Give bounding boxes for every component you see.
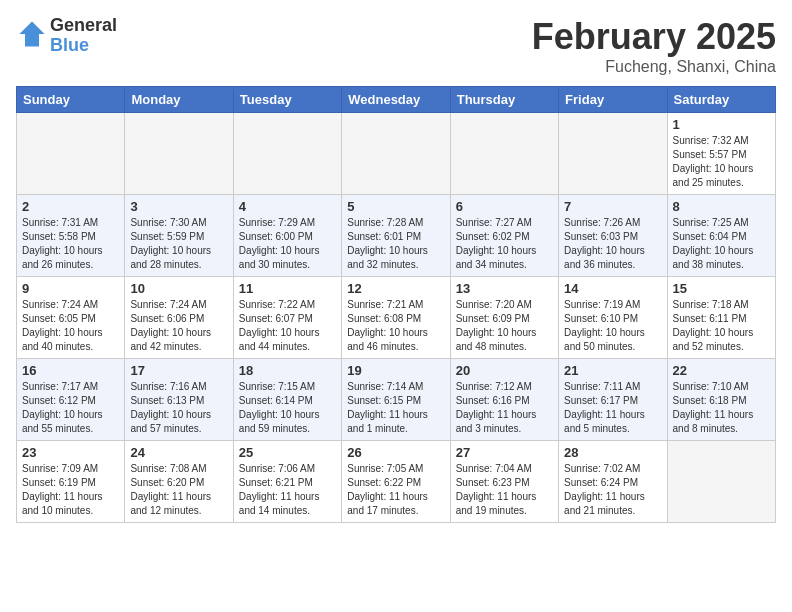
day-number: 5 bbox=[347, 199, 444, 214]
calendar-subtitle: Fucheng, Shanxi, China bbox=[532, 58, 776, 76]
calendar-cell: 2Sunrise: 7:31 AM Sunset: 5:58 PM Daylig… bbox=[17, 195, 125, 277]
calendar-cell: 19Sunrise: 7:14 AM Sunset: 6:15 PM Dayli… bbox=[342, 359, 450, 441]
calendar-cell: 11Sunrise: 7:22 AM Sunset: 6:07 PM Dayli… bbox=[233, 277, 341, 359]
title-section: February 2025 Fucheng, Shanxi, China bbox=[532, 16, 776, 76]
day-info: Sunrise: 7:32 AM Sunset: 5:57 PM Dayligh… bbox=[673, 134, 770, 190]
calendar-cell: 16Sunrise: 7:17 AM Sunset: 6:12 PM Dayli… bbox=[17, 359, 125, 441]
column-header-saturday: Saturday bbox=[667, 87, 775, 113]
calendar-cell: 24Sunrise: 7:08 AM Sunset: 6:20 PM Dayli… bbox=[125, 441, 233, 523]
day-number: 19 bbox=[347, 363, 444, 378]
day-number: 28 bbox=[564, 445, 661, 460]
logo: General Blue bbox=[16, 16, 117, 56]
calendar-week-row: 9Sunrise: 7:24 AM Sunset: 6:05 PM Daylig… bbox=[17, 277, 776, 359]
calendar-cell: 3Sunrise: 7:30 AM Sunset: 5:59 PM Daylig… bbox=[125, 195, 233, 277]
header: General Blue February 2025 Fucheng, Shan… bbox=[16, 16, 776, 76]
day-number: 9 bbox=[22, 281, 119, 296]
calendar-cell: 15Sunrise: 7:18 AM Sunset: 6:11 PM Dayli… bbox=[667, 277, 775, 359]
calendar-cell: 8Sunrise: 7:25 AM Sunset: 6:04 PM Daylig… bbox=[667, 195, 775, 277]
calendar-cell: 4Sunrise: 7:29 AM Sunset: 6:00 PM Daylig… bbox=[233, 195, 341, 277]
day-number: 24 bbox=[130, 445, 227, 460]
calendar-cell bbox=[125, 113, 233, 195]
day-number: 6 bbox=[456, 199, 553, 214]
column-header-wednesday: Wednesday bbox=[342, 87, 450, 113]
day-number: 14 bbox=[564, 281, 661, 296]
calendar-cell: 28Sunrise: 7:02 AM Sunset: 6:24 PM Dayli… bbox=[559, 441, 667, 523]
day-number: 25 bbox=[239, 445, 336, 460]
calendar-cell: 5Sunrise: 7:28 AM Sunset: 6:01 PM Daylig… bbox=[342, 195, 450, 277]
day-info: Sunrise: 7:26 AM Sunset: 6:03 PM Dayligh… bbox=[564, 216, 661, 272]
day-number: 8 bbox=[673, 199, 770, 214]
calendar-cell bbox=[342, 113, 450, 195]
calendar-title: February 2025 bbox=[532, 16, 776, 58]
calendar-cell: 12Sunrise: 7:21 AM Sunset: 6:08 PM Dayli… bbox=[342, 277, 450, 359]
column-header-tuesday: Tuesday bbox=[233, 87, 341, 113]
day-number: 20 bbox=[456, 363, 553, 378]
day-number: 23 bbox=[22, 445, 119, 460]
day-info: Sunrise: 7:10 AM Sunset: 6:18 PM Dayligh… bbox=[673, 380, 770, 436]
calendar-cell bbox=[667, 441, 775, 523]
calendar-cell bbox=[450, 113, 558, 195]
day-info: Sunrise: 7:02 AM Sunset: 6:24 PM Dayligh… bbox=[564, 462, 661, 518]
day-info: Sunrise: 7:16 AM Sunset: 6:13 PM Dayligh… bbox=[130, 380, 227, 436]
day-info: Sunrise: 7:09 AM Sunset: 6:19 PM Dayligh… bbox=[22, 462, 119, 518]
day-number: 1 bbox=[673, 117, 770, 132]
calendar-table: SundayMondayTuesdayWednesdayThursdayFrid… bbox=[16, 86, 776, 523]
calendar-header-row: SundayMondayTuesdayWednesdayThursdayFrid… bbox=[17, 87, 776, 113]
calendar-cell: 1Sunrise: 7:32 AM Sunset: 5:57 PM Daylig… bbox=[667, 113, 775, 195]
day-info: Sunrise: 7:15 AM Sunset: 6:14 PM Dayligh… bbox=[239, 380, 336, 436]
day-number: 12 bbox=[347, 281, 444, 296]
calendar-cell: 23Sunrise: 7:09 AM Sunset: 6:19 PM Dayli… bbox=[17, 441, 125, 523]
day-info: Sunrise: 7:27 AM Sunset: 6:02 PM Dayligh… bbox=[456, 216, 553, 272]
day-number: 11 bbox=[239, 281, 336, 296]
column-header-friday: Friday bbox=[559, 87, 667, 113]
day-info: Sunrise: 7:30 AM Sunset: 5:59 PM Dayligh… bbox=[130, 216, 227, 272]
day-info: Sunrise: 7:04 AM Sunset: 6:23 PM Dayligh… bbox=[456, 462, 553, 518]
day-number: 27 bbox=[456, 445, 553, 460]
day-number: 26 bbox=[347, 445, 444, 460]
calendar-cell: 7Sunrise: 7:26 AM Sunset: 6:03 PM Daylig… bbox=[559, 195, 667, 277]
day-number: 18 bbox=[239, 363, 336, 378]
calendar-cell: 13Sunrise: 7:20 AM Sunset: 6:09 PM Dayli… bbox=[450, 277, 558, 359]
day-number: 22 bbox=[673, 363, 770, 378]
day-info: Sunrise: 7:25 AM Sunset: 6:04 PM Dayligh… bbox=[673, 216, 770, 272]
calendar-cell: 22Sunrise: 7:10 AM Sunset: 6:18 PM Dayli… bbox=[667, 359, 775, 441]
day-info: Sunrise: 7:17 AM Sunset: 6:12 PM Dayligh… bbox=[22, 380, 119, 436]
column-header-monday: Monday bbox=[125, 87, 233, 113]
logo-line2: Blue bbox=[50, 36, 117, 56]
calendar-week-row: 16Sunrise: 7:17 AM Sunset: 6:12 PM Dayli… bbox=[17, 359, 776, 441]
day-info: Sunrise: 7:28 AM Sunset: 6:01 PM Dayligh… bbox=[347, 216, 444, 272]
calendar-cell: 14Sunrise: 7:19 AM Sunset: 6:10 PM Dayli… bbox=[559, 277, 667, 359]
calendar-cell: 21Sunrise: 7:11 AM Sunset: 6:17 PM Dayli… bbox=[559, 359, 667, 441]
calendar-cell: 25Sunrise: 7:06 AM Sunset: 6:21 PM Dayli… bbox=[233, 441, 341, 523]
day-info: Sunrise: 7:24 AM Sunset: 6:06 PM Dayligh… bbox=[130, 298, 227, 354]
day-info: Sunrise: 7:06 AM Sunset: 6:21 PM Dayligh… bbox=[239, 462, 336, 518]
calendar-cell: 18Sunrise: 7:15 AM Sunset: 6:14 PM Dayli… bbox=[233, 359, 341, 441]
day-number: 7 bbox=[564, 199, 661, 214]
day-info: Sunrise: 7:24 AM Sunset: 6:05 PM Dayligh… bbox=[22, 298, 119, 354]
day-number: 3 bbox=[130, 199, 227, 214]
calendar-cell bbox=[559, 113, 667, 195]
day-info: Sunrise: 7:18 AM Sunset: 6:11 PM Dayligh… bbox=[673, 298, 770, 354]
day-info: Sunrise: 7:19 AM Sunset: 6:10 PM Dayligh… bbox=[564, 298, 661, 354]
svg-marker-0 bbox=[19, 21, 44, 46]
calendar-week-row: 1Sunrise: 7:32 AM Sunset: 5:57 PM Daylig… bbox=[17, 113, 776, 195]
logo-icon bbox=[18, 20, 46, 48]
column-header-sunday: Sunday bbox=[17, 87, 125, 113]
calendar-week-row: 23Sunrise: 7:09 AM Sunset: 6:19 PM Dayli… bbox=[17, 441, 776, 523]
day-info: Sunrise: 7:11 AM Sunset: 6:17 PM Dayligh… bbox=[564, 380, 661, 436]
calendar-cell: 20Sunrise: 7:12 AM Sunset: 6:16 PM Dayli… bbox=[450, 359, 558, 441]
logo-line1: General bbox=[50, 16, 117, 36]
calendar-cell bbox=[233, 113, 341, 195]
day-info: Sunrise: 7:08 AM Sunset: 6:20 PM Dayligh… bbox=[130, 462, 227, 518]
day-number: 16 bbox=[22, 363, 119, 378]
day-number: 4 bbox=[239, 199, 336, 214]
day-number: 15 bbox=[673, 281, 770, 296]
calendar-week-row: 2Sunrise: 7:31 AM Sunset: 5:58 PM Daylig… bbox=[17, 195, 776, 277]
day-info: Sunrise: 7:14 AM Sunset: 6:15 PM Dayligh… bbox=[347, 380, 444, 436]
calendar-cell: 10Sunrise: 7:24 AM Sunset: 6:06 PM Dayli… bbox=[125, 277, 233, 359]
day-number: 17 bbox=[130, 363, 227, 378]
day-info: Sunrise: 7:29 AM Sunset: 6:00 PM Dayligh… bbox=[239, 216, 336, 272]
calendar-cell: 27Sunrise: 7:04 AM Sunset: 6:23 PM Dayli… bbox=[450, 441, 558, 523]
calendar-cell: 26Sunrise: 7:05 AM Sunset: 6:22 PM Dayli… bbox=[342, 441, 450, 523]
day-number: 13 bbox=[456, 281, 553, 296]
